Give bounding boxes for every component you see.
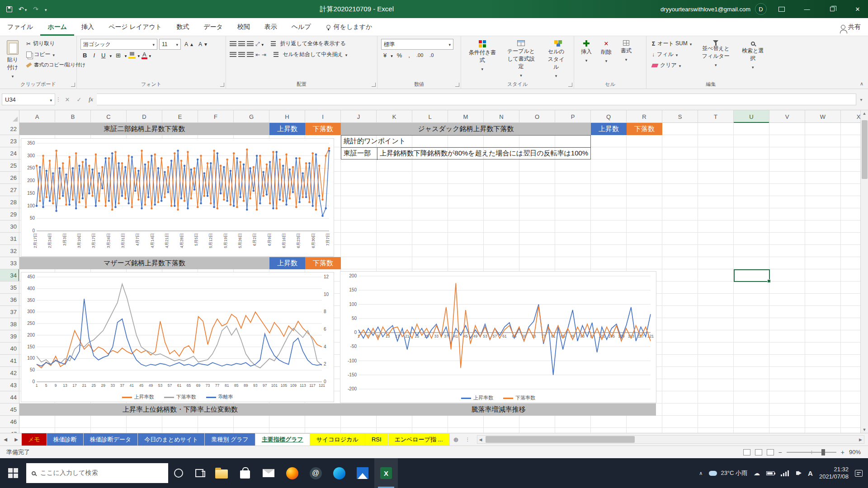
increase-decimal-button[interactable]: .00	[414, 52, 425, 58]
row-header-26[interactable]: 26	[0, 172, 19, 184]
ribbon-tab-2[interactable]: 挿入	[74, 18, 101, 36]
sheet-tab[interactable]: 株価診断	[47, 433, 84, 446]
row-header-25[interactable]: 25	[0, 160, 19, 172]
cell-note[interactable]: 上昇銘柄数下降銘柄数が80%を超えた場合には翌日の反転率は100%	[380, 147, 588, 160]
clear-button[interactable]: クリア	[650, 61, 693, 70]
banner-mothers[interactable]: マザーズ銘柄上昇数下落数	[19, 257, 269, 269]
taskbar-app-explorer[interactable]	[210, 458, 233, 488]
row-header-30[interactable]: 30	[0, 221, 19, 233]
align-left-icon[interactable]	[230, 52, 236, 57]
save-icon[interactable]	[6, 6, 12, 12]
zoom-level[interactable]: 90%	[849, 449, 861, 455]
banner-bottom-right[interactable]: 騰落率増減率推移	[341, 404, 656, 416]
font-color-button[interactable]: A	[142, 52, 147, 59]
row-header-42[interactable]: 42	[0, 367, 19, 379]
taskbar-app-store[interactable]	[233, 458, 257, 488]
row-header-31[interactable]: 31	[0, 233, 19, 245]
battery-icon[interactable]	[766, 471, 774, 475]
taskbar-app-photos[interactable]	[351, 458, 374, 488]
onedrive-icon[interactable]: ☁	[754, 469, 760, 477]
sheet-tab[interactable]: RSI	[365, 433, 388, 446]
sheet-tab[interactable]: 株価診断データ	[84, 433, 138, 446]
cell-tosho1[interactable]: 東証一部	[344, 147, 371, 160]
ribbon-tab-6[interactable]: 校閲	[230, 18, 257, 36]
cell-rise-h22[interactable]: 上昇数	[269, 123, 305, 135]
cell-fall-i33[interactable]: 下落数	[305, 257, 341, 269]
hscroll-left-icon[interactable]: ◀	[479, 437, 482, 442]
column-header-B[interactable]: B	[55, 110, 91, 123]
column-header-L[interactable]: L	[412, 110, 448, 123]
ribbon-tab-4[interactable]: 数式	[169, 18, 196, 36]
sheet-nav-right-icon[interactable]: ▶	[11, 433, 22, 446]
column-header-C[interactable]: C	[91, 110, 127, 123]
ime-indicator[interactable]: A	[808, 469, 813, 477]
row-header-35[interactable]: 35	[0, 282, 19, 294]
zoom-out-icon[interactable]: −	[778, 449, 782, 456]
row-header-46[interactable]: 46	[0, 416, 19, 428]
horizontal-scroll-thumb[interactable]	[486, 436, 635, 443]
bold-button[interactable]: B	[80, 52, 89, 59]
align-right-icon[interactable]	[247, 52, 254, 57]
conditional-formatting-button[interactable]: 条件付き書式	[465, 39, 500, 80]
font-size-select[interactable]: 11	[159, 39, 181, 50]
sheet-tab[interactable]: エンベロープ指 ...	[388, 433, 450, 446]
row-header-33[interactable]: 33	[0, 257, 19, 269]
paste-button[interactable]: 貼り付け	[4, 39, 22, 80]
chart-mothers-line[interactable]: 0501001502002503003504004500246810121591…	[21, 272, 334, 402]
column-header-D[interactable]: D	[127, 110, 162, 123]
ribbon-display-options-icon[interactable]	[771, 0, 792, 18]
row-header-22[interactable]: 22	[0, 123, 19, 135]
align-bottom-icon[interactable]	[247, 41, 254, 47]
merge-center-button[interactable]: セルを結合して中央揃え	[272, 50, 349, 59]
column-header-P[interactable]: P	[555, 110, 591, 123]
sheet-tab-more-icon[interactable]: ⋮	[462, 433, 473, 446]
ribbon-tab-5[interactable]: データ	[196, 18, 230, 36]
cancel-formula-icon[interactable]: ✕	[61, 94, 73, 105]
ribbon-tab-8[interactable]: ヘルプ	[284, 18, 318, 36]
column-header-M[interactable]: M	[448, 110, 484, 123]
zoom-slider[interactable]	[787, 452, 836, 453]
column-header-E[interactable]: E	[162, 110, 198, 123]
close-button[interactable]: ✕	[847, 0, 868, 18]
grow-font-button[interactable]: A▴	[183, 40, 195, 48]
undo-button[interactable]: ↶	[19, 5, 27, 13]
number-format-select[interactable]: 標準	[381, 39, 453, 50]
start-button[interactable]	[0, 458, 26, 488]
fill-button[interactable]: ↓ フィル	[650, 50, 693, 59]
cortana-button[interactable]	[168, 458, 189, 488]
normal-view-icon[interactable]	[743, 449, 750, 455]
account-email[interactable]: dryyourtearswithlove1@gmail.com	[660, 6, 750, 13]
italic-button[interactable]: I	[91, 52, 97, 59]
volume-icon[interactable]	[798, 471, 802, 475]
row-header-37[interactable]: 37	[0, 306, 19, 318]
page-break-view-icon[interactable]	[767, 449, 774, 455]
percent-format-button[interactable]: %	[395, 52, 405, 59]
taskbar-app-mail[interactable]	[257, 458, 280, 488]
column-header-G[interactable]: G	[234, 110, 269, 123]
sheet-tab[interactable]: 業種別 グラフ	[205, 433, 255, 446]
banner-bottom-left[interactable]: 上昇率上位銘柄数・下降率上位変動数	[19, 404, 341, 416]
cell-styles-button[interactable]: セルのスタイル	[542, 39, 570, 80]
shrink-font-button[interactable]: A▾	[197, 40, 209, 48]
collapse-ribbon-icon[interactable]: ∧	[860, 81, 863, 87]
column-header-N[interactable]: N	[484, 110, 519, 123]
column-header-W[interactable]: W	[805, 110, 841, 123]
customize-qat-button[interactable]	[45, 5, 47, 13]
cell-rise-q22[interactable]: 上昇数	[591, 123, 627, 135]
sheet-tab[interactable]: 主要指標グラフ	[255, 433, 310, 446]
row-header-36[interactable]: 36	[0, 294, 19, 306]
column-header-K[interactable]: K	[377, 110, 412, 123]
zoom-slider-thumb[interactable]	[821, 449, 825, 455]
row-header-34[interactable]: 34	[0, 269, 19, 282]
horizontal-scrollbar[interactable]: ◀ ▶	[477, 435, 864, 444]
task-view-button[interactable]	[189, 458, 210, 488]
styles-dialog-launcher[interactable]	[568, 83, 572, 87]
sort-filter-button[interactable]: 並べ替えとフィルター	[696, 39, 735, 80]
vertical-scroll-thumb[interactable]	[862, 120, 868, 179]
font-name-select[interactable]: 游ゴシック	[80, 39, 157, 50]
clock[interactable]: 21:32 2021/07/08	[819, 466, 849, 481]
indent-decrease-icon[interactable]: ⇤	[255, 52, 260, 58]
row-header-29[interactable]: 29	[0, 208, 19, 221]
taskbar-search[interactable]: ここに入力して検索	[26, 463, 168, 483]
orientation-icon[interactable]: ⤢	[255, 41, 260, 47]
